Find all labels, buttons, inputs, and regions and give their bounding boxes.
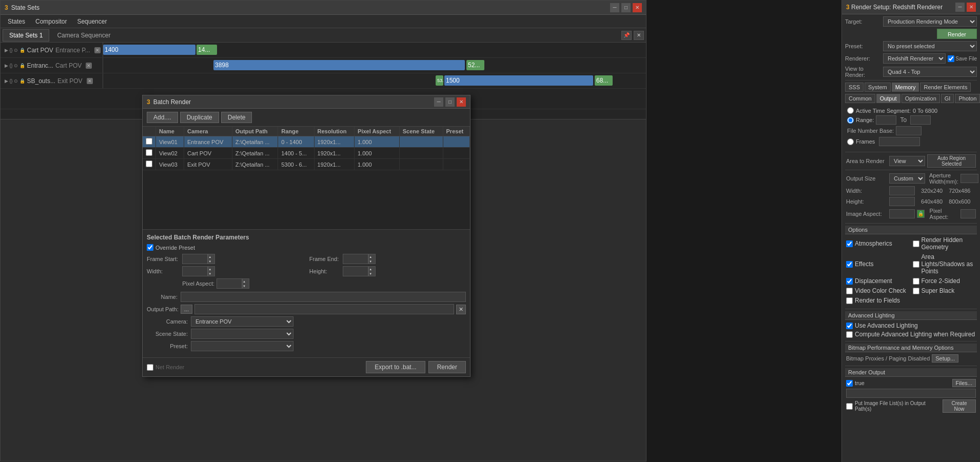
view-to-render-dropdown[interactable]: Quad 4 - Top [883, 67, 977, 77]
row-checkbox-cell[interactable] [143, 148, 156, 159]
auto-region-button[interactable]: Auto Region Selected [927, 154, 976, 168]
put-image-checkbox[interactable] [846, 403, 853, 410]
browse-button[interactable]: ... [181, 305, 192, 314]
tab-output[interactable]: Output [876, 94, 900, 103]
row-checkbox-cell[interactable] [143, 159, 156, 170]
render-batch-button[interactable]: Render [428, 361, 466, 373]
rs-width-input[interactable]: 1920 [889, 186, 915, 195]
tab-gi[interactable]: GI [941, 94, 954, 103]
tab-render-elements[interactable]: Render Elements [920, 83, 971, 92]
height-arrows[interactable]: ▲▼ [368, 266, 376, 276]
save-file-output-checkbox[interactable] [846, 380, 853, 387]
displacement-checkbox[interactable] [846, 278, 853, 285]
range-from-input[interactable]: 1910 [876, 115, 896, 125]
width-input[interactable]: 1920 [182, 266, 208, 276]
create-now-button[interactable]: Create Now [943, 399, 976, 413]
frames-radio[interactable] [847, 138, 854, 145]
scene-state-dropdown[interactable] [191, 329, 293, 339]
compute-advanced-lighting-checkbox[interactable] [846, 331, 853, 338]
output-size-preset-dropdown[interactable]: Custom [889, 173, 925, 184]
tab-camera-sequencer[interactable]: Camera Sequencer [50, 29, 117, 42]
range-radio[interactable] [847, 117, 854, 124]
render-hidden-checkbox[interactable] [913, 240, 919, 247]
render-minimize[interactable]: ─ [955, 3, 965, 12]
active-time-radio[interactable] [847, 107, 854, 114]
tab-common[interactable]: Common [845, 94, 875, 103]
tab-sss[interactable]: SSS [845, 83, 864, 92]
render-fields-checkbox[interactable] [846, 297, 853, 304]
atmospherics-checkbox[interactable] [846, 240, 853, 247]
force-2sided-checkbox[interactable] [913, 278, 919, 285]
dialog-minimize[interactable]: ─ [434, 97, 443, 107]
pixel-aspect-arrows[interactable]: ▲▼ [242, 278, 249, 289]
pin-button[interactable]: 📌 [621, 31, 632, 40]
renderer-dropdown[interactable]: Redshift Renderer [883, 53, 946, 64]
remove-btn-2[interactable]: ✕ [86, 63, 92, 69]
pixel-aspect-input-rs[interactable]: 1.0 [961, 209, 976, 218]
net-render-checkbox[interactable] [147, 364, 153, 371]
add-button[interactable]: Add.... [147, 112, 178, 123]
tab-optimization[interactable]: Optimization [901, 94, 940, 103]
table-row[interactable]: View02 Cart POV Z:\Qetaifan ... 1400 - 5… [143, 148, 470, 159]
menu-states[interactable]: States [3, 17, 30, 26]
name-input[interactable]: View01 [181, 292, 466, 302]
frame-end-arrows[interactable]: ▲▼ [368, 254, 376, 264]
remove-btn-3[interactable]: ✕ [87, 78, 93, 84]
row-checkbox[interactable] [146, 160, 152, 167]
frames-input[interactable]: 1,3,5-12 [879, 137, 920, 146]
width-arrows[interactable]: ▲▼ [208, 266, 215, 276]
dialog-maximize[interactable]: □ [445, 97, 455, 107]
camera-dropdown[interactable]: Entrance POV [191, 316, 293, 327]
override-preset-checkbox[interactable] [147, 244, 153, 251]
delete-button[interactable]: Delete [221, 112, 252, 123]
minimize-button[interactable]: ─ [610, 3, 619, 12]
preset-dropdown[interactable] [191, 341, 293, 351]
row-checkbox[interactable] [146, 149, 152, 156]
export-bat-button[interactable]: Export to .bat... [366, 361, 425, 373]
row-checkbox[interactable] [146, 138, 152, 145]
video-color-checkbox[interactable] [846, 288, 853, 294]
menu-sequencer[interactable]: Sequencer [72, 17, 112, 26]
use-advanced-lighting-checkbox[interactable] [846, 323, 853, 329]
table-row[interactable]: View01 Entrance POV Z:\Qetaifan ... 0 - … [143, 136, 470, 148]
area-lights-checkbox[interactable] [913, 261, 919, 268]
aperture-width-input[interactable]: 36.0 [961, 174, 978, 183]
save-file-checkbox[interactable] [948, 55, 954, 62]
tab-photon[interactable]: Photon [955, 94, 980, 103]
render-button[interactable]: Render [937, 29, 977, 39]
file-number-base-input[interactable]: 0 [896, 126, 922, 135]
maximize-button[interactable]: □ [621, 3, 631, 12]
menu-compositor[interactable]: Compositor [30, 17, 72, 26]
row-checkbox-cell[interactable] [143, 136, 156, 148]
table-row[interactable]: View03 Exit POV Z:\Qetaifan ... 5300 - 6… [143, 159, 470, 170]
tab-state-sets[interactable]: State Sets 1 [3, 29, 49, 42]
effects-checkbox[interactable] [846, 261, 853, 268]
tab-system[interactable]: System [865, 83, 891, 92]
pixel-aspect-input[interactable]: 1.0 [217, 278, 242, 289]
preset-dropdown[interactable]: No preset selected [883, 41, 977, 51]
setup-button[interactable]: Setup... [932, 354, 958, 363]
output-path-input[interactable]: ...\jects - Log Flume\Creative Team\Liam… [194, 304, 454, 314]
frame-end-input[interactable]: 1400 [343, 254, 368, 264]
rs-height-input[interactable]: 1080 [889, 197, 915, 206]
frame-start-arrows[interactable]: ▲▼ [208, 254, 215, 264]
super-black-checkbox[interactable] [913, 288, 919, 294]
render-close[interactable]: ✕ [967, 3, 976, 12]
area-to-render-dropdown[interactable]: View [889, 156, 925, 166]
close-tab-button[interactable]: ✕ [634, 31, 644, 40]
range-to-input[interactable]: 2600 [910, 115, 931, 125]
lock-aspect-button[interactable]: 🔒 [917, 210, 925, 218]
dialog-close[interactable]: ✕ [457, 97, 466, 107]
target-dropdown[interactable]: Production Rendering Mode [883, 16, 977, 27]
close-button[interactable]: ✕ [633, 3, 642, 12]
file-number-base-row: File Number Base: 0 [846, 126, 976, 135]
tab-memory[interactable]: Memory [892, 83, 919, 92]
clear-output-button[interactable]: ✕ [456, 305, 466, 314]
duplicate-button[interactable]: Duplicate [180, 112, 219, 123]
remove-btn-1[interactable]: ✕ [94, 47, 101, 53]
render-output-path-input[interactable]: ...\Jurrasic section Fixed_01\Jurrasic s… [846, 389, 976, 398]
files-button[interactable]: Files... [952, 379, 976, 387]
image-aspect-input[interactable]: 1.77778 [889, 209, 915, 218]
frame-start-input[interactable]: 0 [182, 254, 208, 264]
height-input[interactable]: 1080 [343, 266, 368, 276]
